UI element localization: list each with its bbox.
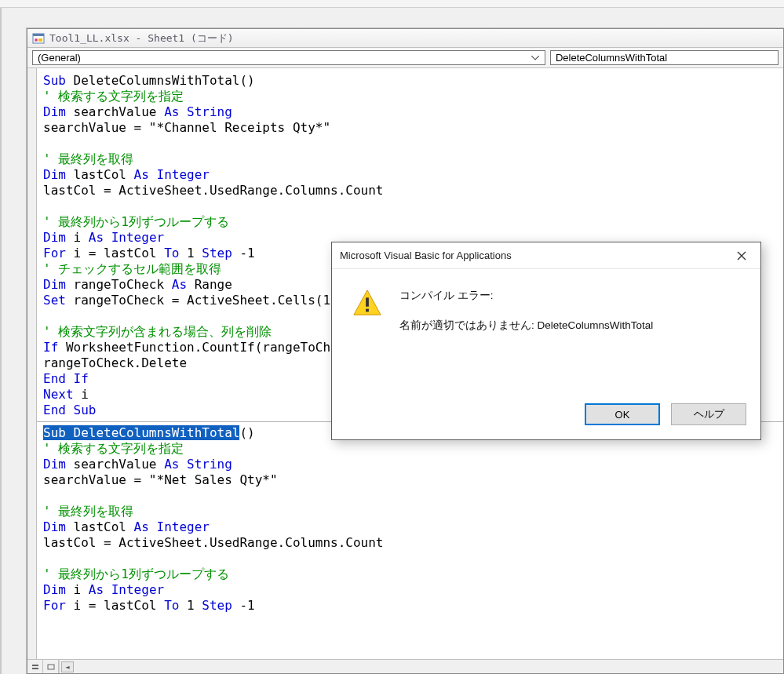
- help-button[interactable]: ヘルプ: [671, 403, 746, 425]
- svg-rect-8: [366, 309, 369, 312]
- procedure-view-button[interactable]: [27, 660, 43, 673]
- error-message: 名前が適切ではありません: DeleteColumnsWithTotal: [399, 318, 653, 333]
- close-icon: [737, 251, 746, 260]
- code-window-titlebar[interactable]: Tool1_LL.xlsx - Sheet1 (コード): [27, 29, 783, 48]
- error-label: コンパイル エラー:: [399, 288, 653, 304]
- main-toolbar: [0, 0, 784, 8]
- code-gutter: [27, 68, 37, 659]
- close-button[interactable]: [731, 245, 753, 267]
- procedure-dropdown[interactable]: DeleteColumnsWithTotal: [550, 50, 779, 65]
- svg-rect-7: [366, 297, 369, 306]
- dialog-title: Microsoft Visual Basic for Applications: [340, 250, 512, 261]
- code-window-icon: [32, 32, 45, 45]
- warning-icon: [352, 288, 382, 318]
- error-highlight: Sub DeleteColumnsWithTotal: [43, 425, 239, 440]
- object-dropdown-value: (General): [38, 52, 81, 64]
- compile-error-dialog: Microsoft Visual Basic for Applications …: [331, 242, 761, 440]
- mdi-client-area: Tool1_LL.xlsx - Sheet1 (コード) (General) D…: [0, 8, 784, 674]
- svg-rect-5: [32, 668, 38, 669]
- svg-rect-1: [33, 34, 44, 36]
- scroll-left-arrow-icon[interactable]: ◄: [61, 661, 74, 672]
- procedure-dropdown-value: DeleteColumnsWithTotal: [556, 52, 667, 64]
- svg-rect-3: [38, 38, 42, 42]
- svg-point-2: [35, 38, 38, 42]
- dialog-button-row: OK ヘルプ: [332, 403, 760, 439]
- object-dropdown[interactable]: (General): [32, 50, 545, 65]
- svg-rect-4: [32, 665, 38, 666]
- dialog-body: コンパイル エラー: 名前が適切ではありません: DeleteColumnsWi…: [332, 269, 760, 403]
- horizontal-scrollbar[interactable]: ◄: [59, 660, 783, 673]
- code-window-title: Tool1_LL.xlsx - Sheet1 (コード): [49, 31, 234, 46]
- dialog-message: コンパイル エラー: 名前が適切ではありません: DeleteColumnsWi…: [399, 288, 653, 395]
- full-module-view-button[interactable]: [43, 660, 59, 673]
- code-bottom-bar: ◄: [27, 659, 783, 673]
- chevron-down-icon: [530, 52, 542, 64]
- object-procedure-row: (General) DeleteColumnsWithTotal: [27, 48, 783, 68]
- svg-rect-6: [48, 665, 54, 669]
- ok-button[interactable]: OK: [585, 403, 660, 425]
- dialog-titlebar[interactable]: Microsoft Visual Basic for Applications: [332, 242, 760, 269]
